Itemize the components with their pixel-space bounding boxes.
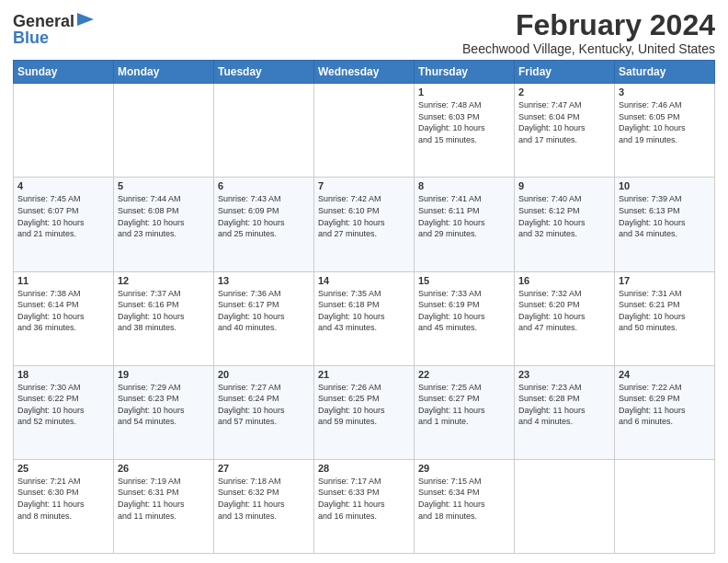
day-info: Sunrise: 7:37 AM Sunset: 6:16 PM Dayligh… <box>118 288 210 334</box>
logo-general: General <box>13 13 74 29</box>
day-number: 12 <box>118 275 210 286</box>
column-header-saturday: Saturday <box>615 61 715 84</box>
calendar-cell: 7Sunrise: 7:42 AM Sunset: 6:10 PM Daylig… <box>314 178 415 271</box>
calendar-cell: 16Sunrise: 7:32 AM Sunset: 6:20 PM Dayli… <box>515 271 615 365</box>
day-info: Sunrise: 7:35 AM Sunset: 6:18 PM Dayligh… <box>318 288 410 334</box>
calendar-cell: 1Sunrise: 7:48 AM Sunset: 6:03 PM Daylig… <box>415 84 515 178</box>
column-header-thursday: Thursday <box>415 61 515 84</box>
day-number: 5 <box>118 180 210 191</box>
day-number: 23 <box>518 369 610 380</box>
day-info: Sunrise: 7:25 AM Sunset: 6:27 PM Dayligh… <box>418 382 510 428</box>
day-info: Sunrise: 7:39 AM Sunset: 6:13 PM Dayligh… <box>619 193 711 239</box>
calendar-cell: 29Sunrise: 7:15 AM Sunset: 6:34 PM Dayli… <box>415 459 515 553</box>
calendar-cell: 20Sunrise: 7:27 AM Sunset: 6:24 PM Dayli… <box>214 365 314 459</box>
day-number: 27 <box>218 463 310 474</box>
calendar-cell: 27Sunrise: 7:18 AM Sunset: 6:32 PM Dayli… <box>214 459 314 553</box>
calendar-subtitle: Beechwood Village, Kentucky, United Stat… <box>462 41 715 56</box>
day-info: Sunrise: 7:32 AM Sunset: 6:20 PM Dayligh… <box>518 288 610 334</box>
calendar-cell <box>214 84 314 178</box>
calendar-cell: 18Sunrise: 7:30 AM Sunset: 6:22 PM Dayli… <box>14 365 114 459</box>
calendar-cell: 15Sunrise: 7:33 AM Sunset: 6:19 PM Dayli… <box>415 271 515 365</box>
day-info: Sunrise: 7:22 AM Sunset: 6:29 PM Dayligh… <box>619 382 711 428</box>
column-header-tuesday: Tuesday <box>214 61 314 84</box>
column-header-friday: Friday <box>515 61 615 84</box>
calendar-cell: 6Sunrise: 7:43 AM Sunset: 6:09 PM Daylig… <box>214 178 314 271</box>
day-number: 18 <box>17 369 109 380</box>
week-row-3: 11Sunrise: 7:38 AM Sunset: 6:14 PM Dayli… <box>14 271 715 365</box>
week-row-4: 18Sunrise: 7:30 AM Sunset: 6:22 PM Dayli… <box>14 365 715 459</box>
week-row-5: 25Sunrise: 7:21 AM Sunset: 6:30 PM Dayli… <box>14 459 715 553</box>
day-number: 20 <box>218 369 310 380</box>
day-info: Sunrise: 7:42 AM Sunset: 6:10 PM Dayligh… <box>318 193 410 239</box>
day-info: Sunrise: 7:40 AM Sunset: 6:12 PM Dayligh… <box>518 193 610 239</box>
day-number: 28 <box>318 463 410 474</box>
day-info: Sunrise: 7:48 AM Sunset: 6:03 PM Dayligh… <box>418 99 510 145</box>
day-info: Sunrise: 7:45 AM Sunset: 6:07 PM Dayligh… <box>17 193 109 239</box>
day-number: 3 <box>619 86 711 98</box>
calendar-cell: 12Sunrise: 7:37 AM Sunset: 6:16 PM Dayli… <box>114 271 214 365</box>
calendar-cell <box>14 84 114 178</box>
calendar-cell <box>114 84 214 178</box>
day-info: Sunrise: 7:21 AM Sunset: 6:30 PM Dayligh… <box>17 476 109 522</box>
day-info: Sunrise: 7:30 AM Sunset: 6:22 PM Dayligh… <box>17 382 109 428</box>
calendar-cell: 9Sunrise: 7:40 AM Sunset: 6:12 PM Daylig… <box>515 178 615 271</box>
day-info: Sunrise: 7:19 AM Sunset: 6:31 PM Dayligh… <box>118 476 210 522</box>
day-number: 7 <box>318 180 410 191</box>
day-number: 14 <box>318 275 410 286</box>
day-info: Sunrise: 7:31 AM Sunset: 6:21 PM Dayligh… <box>619 288 711 334</box>
day-info: Sunrise: 7:38 AM Sunset: 6:14 PM Dayligh… <box>17 288 109 334</box>
calendar-cell <box>314 84 415 178</box>
calendar-cell: 3Sunrise: 7:46 AM Sunset: 6:05 PM Daylig… <box>615 84 715 178</box>
header-row: SundayMondayTuesdayWednesdayThursdayFrid… <box>14 61 715 84</box>
logo: General Blue <box>13 13 94 46</box>
calendar-cell: 10Sunrise: 7:39 AM Sunset: 6:13 PM Dayli… <box>615 178 715 271</box>
day-number: 8 <box>418 180 510 191</box>
calendar-cell: 28Sunrise: 7:17 AM Sunset: 6:33 PM Dayli… <box>314 459 415 553</box>
calendar-cell: 14Sunrise: 7:35 AM Sunset: 6:18 PM Dayli… <box>314 271 415 365</box>
calendar-cell: 2Sunrise: 7:47 AM Sunset: 6:04 PM Daylig… <box>515 84 615 178</box>
day-info: Sunrise: 7:17 AM Sunset: 6:33 PM Dayligh… <box>318 476 410 522</box>
calendar-cell: 5Sunrise: 7:44 AM Sunset: 6:08 PM Daylig… <box>114 178 214 271</box>
header-area: General Blue February 2024 Beechwood Vil… <box>13 9 715 56</box>
calendar-title: February 2024 <box>462 9 715 41</box>
calendar-cell: 13Sunrise: 7:36 AM Sunset: 6:17 PM Dayli… <box>214 271 314 365</box>
day-number: 26 <box>118 463 210 474</box>
day-number: 29 <box>418 463 510 474</box>
day-number: 25 <box>17 463 109 474</box>
column-header-monday: Monday <box>114 61 214 84</box>
day-number: 17 <box>619 275 711 286</box>
day-number: 15 <box>418 275 510 286</box>
calendar-cell: 8Sunrise: 7:41 AM Sunset: 6:11 PM Daylig… <box>415 178 515 271</box>
calendar-cell <box>515 459 615 553</box>
day-info: Sunrise: 7:44 AM Sunset: 6:08 PM Dayligh… <box>118 193 210 239</box>
day-number: 1 <box>418 86 510 98</box>
day-number: 6 <box>218 180 310 191</box>
calendar-cell: 17Sunrise: 7:31 AM Sunset: 6:21 PM Dayli… <box>615 271 715 365</box>
day-info: Sunrise: 7:27 AM Sunset: 6:24 PM Dayligh… <box>218 382 310 428</box>
calendar-page: General Blue February 2024 Beechwood Vil… <box>0 0 728 563</box>
day-info: Sunrise: 7:41 AM Sunset: 6:11 PM Dayligh… <box>418 193 510 239</box>
calendar-cell: 25Sunrise: 7:21 AM Sunset: 6:30 PM Dayli… <box>14 459 114 553</box>
calendar-cell: 24Sunrise: 7:22 AM Sunset: 6:29 PM Dayli… <box>615 365 715 459</box>
day-number: 9 <box>518 180 610 191</box>
day-info: Sunrise: 7:26 AM Sunset: 6:25 PM Dayligh… <box>318 382 410 428</box>
calendar-cell: 4Sunrise: 7:45 AM Sunset: 6:07 PM Daylig… <box>14 178 114 271</box>
calendar-cell: 21Sunrise: 7:26 AM Sunset: 6:25 PM Dayli… <box>314 365 415 459</box>
day-number: 16 <box>518 275 610 286</box>
column-header-sunday: Sunday <box>14 61 114 84</box>
logo-blue: Blue <box>13 29 49 46</box>
day-number: 24 <box>619 369 711 380</box>
svg-marker-0 <box>77 13 94 26</box>
logo-arrow-icon <box>77 13 94 26</box>
day-info: Sunrise: 7:23 AM Sunset: 6:28 PM Dayligh… <box>518 382 610 428</box>
day-info: Sunrise: 7:33 AM Sunset: 6:19 PM Dayligh… <box>418 288 510 334</box>
week-row-1: 1Sunrise: 7:48 AM Sunset: 6:03 PM Daylig… <box>14 84 715 178</box>
calendar-table: SundayMondayTuesdayWednesdayThursdayFrid… <box>13 60 715 554</box>
title-area: February 2024 Beechwood Village, Kentuck… <box>462 9 715 56</box>
calendar-cell: 11Sunrise: 7:38 AM Sunset: 6:14 PM Dayli… <box>14 271 114 365</box>
day-info: Sunrise: 7:47 AM Sunset: 6:04 PM Dayligh… <box>518 99 610 145</box>
calendar-cell <box>615 459 715 553</box>
column-header-wednesday: Wednesday <box>314 61 415 84</box>
day-number: 4 <box>17 180 109 191</box>
calendar-cell: 23Sunrise: 7:23 AM Sunset: 6:28 PM Dayli… <box>515 365 615 459</box>
